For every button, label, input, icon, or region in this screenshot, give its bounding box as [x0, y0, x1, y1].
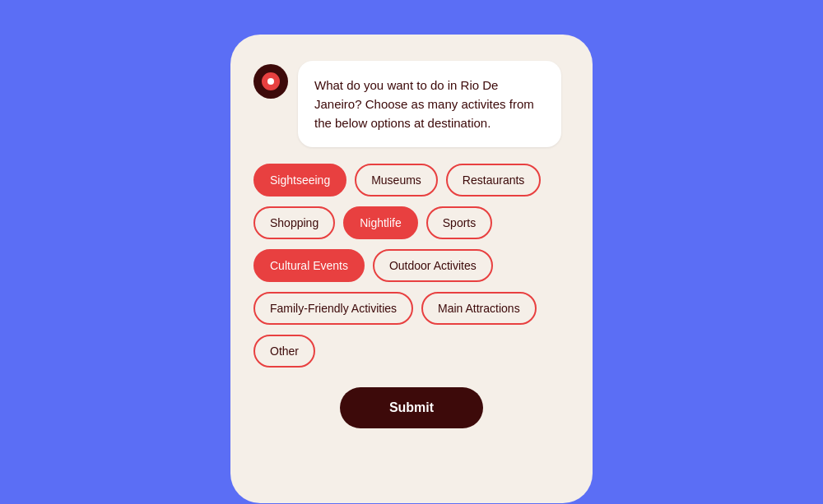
options-area: Sightseeing Museums Restaurants Shopping… — [253, 164, 570, 368]
chip-other[interactable]: Other — [253, 335, 315, 368]
chat-area: What do you want to do in Rio De Janeiro… — [253, 61, 570, 148]
avatar — [253, 64, 288, 99]
chip-sports[interactable]: Sports — [426, 206, 492, 239]
avatar-icon — [259, 70, 282, 93]
chip-shopping[interactable]: Shopping — [253, 206, 335, 239]
options-row-5: Other — [253, 335, 570, 368]
chip-nightlife[interactable]: Nightlife — [343, 206, 418, 239]
phone-container: What do you want to do in Rio De Janeiro… — [230, 35, 593, 503]
options-row-4: Family-Friendly Activities Main Attracti… — [253, 292, 570, 325]
chip-museums[interactable]: Museums — [355, 164, 438, 197]
options-row-1: Sightseeing Museums Restaurants — [253, 164, 570, 197]
chip-outdoor-activites[interactable]: Outdoor Activites — [373, 249, 493, 282]
options-row-3: Cultural Events Outdoor Activites — [253, 249, 570, 282]
chip-family-friendly[interactable]: Family-Friendly Activities — [253, 292, 413, 325]
message-text: What do you want to do in Rio De Janeiro… — [314, 76, 545, 133]
submit-button[interactable]: Submit — [340, 387, 483, 428]
chip-main-attractions[interactable]: Main Attractions — [421, 292, 537, 325]
chip-cultural-events[interactable]: Cultural Events — [253, 249, 365, 282]
chip-restaurants[interactable]: Restaurants — [446, 164, 541, 197]
options-row-2: Shopping Nightlife Sports — [253, 206, 570, 239]
chip-sightseeing[interactable]: Sightseeing — [253, 164, 346, 197]
message-bubble: What do you want to do in Rio De Janeiro… — [298, 61, 561, 148]
